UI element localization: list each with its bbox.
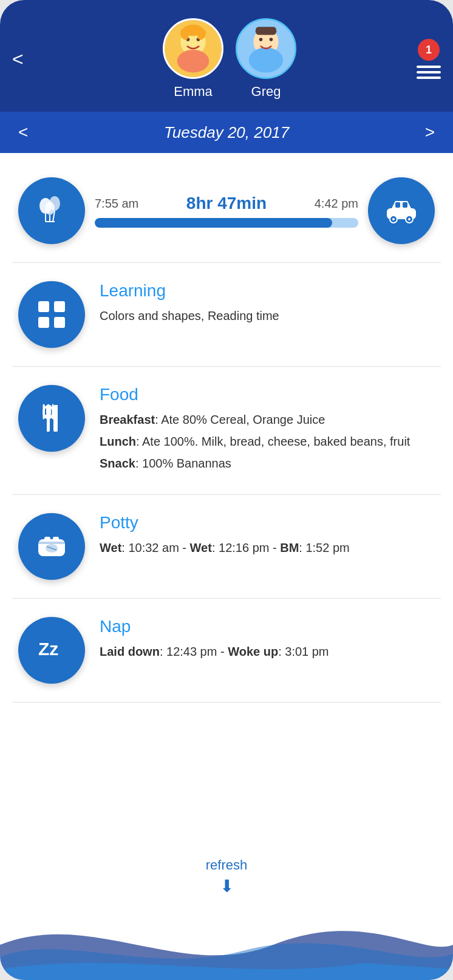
learning-section: Learning Colors and shapes, Reading time [0,263,453,366]
breakfast-value: : Ate 80% Cereal, Orange Juice [155,413,325,426]
refresh-arrow-icon: ⬇ [0,876,453,896]
footer-waves [0,908,453,980]
bm-value: : 1:52 pm [299,541,349,554]
svg-point-14 [270,38,273,41]
svg-rect-32 [38,317,49,328]
potty-title: Potty [100,513,435,533]
refresh-section: refresh ⬇ [0,851,453,908]
menu-bar-2 [417,71,441,73]
potty-text: Potty Wet: 10:32 am - Wet: 12:16 pm - BM… [100,513,435,560]
emma-avatar [163,18,223,79]
food-breakfast: Breakfast: Ate 80% Cereal, Orange Juice [100,410,435,429]
food-lunch: Lunch: Ate 100%. Milk, bread, cheese, ba… [100,432,435,451]
profile-list: Emma Greg [163,18,296,100]
content: 7:55 am 8hr 47min 4:42 pm [0,153,453,833]
nap-section: Zz Nap Laid down: 12:43 pm - Woke up: 3:… [0,599,453,702]
lunch-label: Lunch [100,435,136,448]
profile-emma[interactable]: Emma [163,18,223,100]
food-icon-circle [18,385,85,452]
potty-section: Potty Wet: 10:32 am - Wet: 12:16 pm - BM… [0,495,453,598]
learning-title: Learning [100,281,435,301]
woke-up-label: Woke up [228,645,278,658]
nap-text: Nap Laid down: 12:43 pm - Woke up: 3:01 … [100,617,435,664]
wet-label-1: Wet [100,541,121,554]
svg-rect-33 [54,317,65,328]
nap-icon-circle: Zz [18,617,85,684]
svg-rect-25 [403,202,407,208]
svg-rect-43 [44,415,52,417]
svg-rect-49 [53,537,59,542]
learning-icon-circle [18,281,85,348]
menu-button[interactable] [417,66,441,79]
refresh-button[interactable]: refresh [0,857,453,873]
header-right: 1 [417,39,441,79]
profile-greg[interactable]: Greg [236,18,296,100]
woke-up-value: : 3:01 pm [278,645,329,658]
current-date: Tuesday 20, 2017 [164,123,289,142]
food-title: Food [100,385,435,404]
greg-name: Greg [251,84,281,100]
notification-badge[interactable]: 1 [418,39,440,61]
breakfast-label: Breakfast [100,413,155,426]
time-row: 7:55 am 8hr 47min 4:42 pm [95,194,358,213]
svg-rect-41 [46,405,48,415]
svg-rect-42 [49,405,51,415]
food-snack: Snack: 100% Banannas [100,454,435,472]
snack-value: : 100% Banannas [135,457,231,470]
svg-rect-48 [44,537,50,542]
wet-label-2: Wet [190,541,212,554]
wet-value-1: : 10:32 am - [121,541,189,554]
potty-detail: Wet: 10:32 am - Wet: 12:16 pm - BM: 1:52… [100,539,435,557]
svg-rect-30 [38,301,49,312]
divider-5 [12,702,441,703]
svg-rect-40 [43,405,45,415]
food-section: Food Breakfast: Ate 80% Cereal, Orange J… [0,367,453,494]
svg-rect-24 [395,202,400,208]
laid-down-label: Laid down [100,645,160,658]
menu-bar-3 [417,77,441,79]
laid-down-value: : 12:43 pm - [160,645,228,658]
svg-rect-50 [38,542,65,544]
lunch-value: : Ate 100%. Milk, bread, cheese, baked b… [136,435,410,448]
end-time: 4:42 pm [315,197,358,211]
time-end-icon [368,177,435,244]
time-start-icon [18,177,85,244]
svg-point-28 [392,218,395,220]
menu-bar-1 [417,66,441,68]
back-button[interactable]: < [12,48,43,70]
wet-value-2: : 12:16 pm - [212,541,280,554]
svg-point-29 [408,218,410,220]
phone-container: < Emma [0,0,453,980]
svg-rect-31 [54,301,65,312]
svg-point-13 [259,38,263,41]
svg-point-20 [45,202,55,215]
emma-name: Emma [174,84,213,100]
learning-text: Learning Colors and shapes, Reading time [100,281,435,328]
next-date-button[interactable]: > [425,123,435,142]
nap-title: Nap [100,617,435,636]
svg-text:Zz: Zz [38,639,58,659]
footer: refresh ⬇ [0,833,453,980]
time-info: 7:55 am 8hr 47min 4:42 pm [95,194,358,228]
progress-fill [95,218,332,228]
bm-label: BM [280,541,299,554]
potty-icon-circle [18,513,85,580]
svg-point-3 [177,50,209,73]
food-text: Food Breakfast: Ate 80% Cereal, Orange J… [100,385,435,476]
header: < Emma [0,0,453,112]
svg-rect-44 [47,417,49,432]
date-bar: < Tuesday 20, 2017 > [0,112,453,153]
greg-avatar [236,18,296,79]
start-time: 7:55 am [95,197,138,211]
svg-point-12 [249,47,283,72]
prev-date-button[interactable]: < [18,123,28,142]
progress-bar [95,218,358,228]
learning-detail: Colors and shapes, Reading time [100,307,435,325]
time-section: 7:55 am 8hr 47min 4:42 pm [0,165,453,262]
snack-label: Snack [100,457,135,470]
duration: 8hr 47min [186,194,267,213]
nap-detail: Laid down: 12:43 pm - Woke up: 3:01 pm [100,642,435,661]
